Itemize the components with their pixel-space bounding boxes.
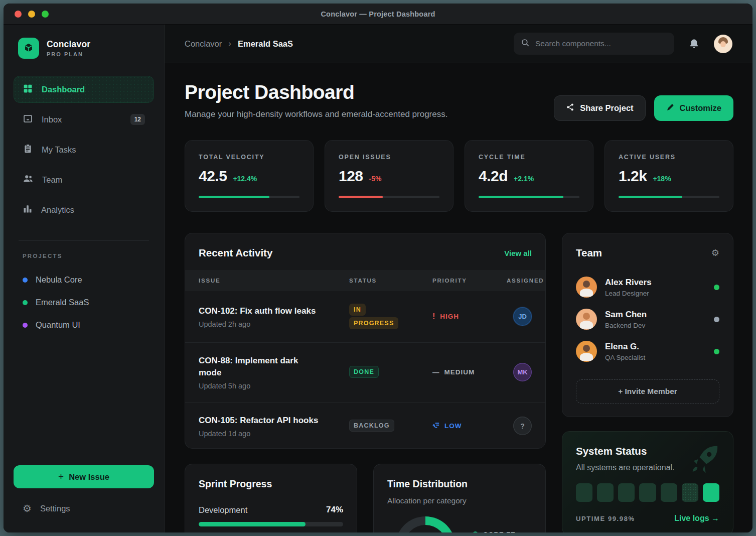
invite-member-button[interactable]: + Invite Member <box>576 379 719 404</box>
sidebar-item-label: My Tasks <box>42 145 145 155</box>
inbox-count-badge: 12 <box>130 114 145 125</box>
table-row[interactable]: CON-102: Fix auth flow leaks Updated 2h … <box>185 291 545 343</box>
status-badge: BACKLOG <box>349 420 394 432</box>
stat-value: 1.2k <box>619 168 647 185</box>
stat-progress-fill <box>199 196 269 198</box>
column-issue: ISSUE <box>199 278 349 284</box>
sprint-progress-fill <box>199 522 306 526</box>
assignee-avatar: MK <box>513 363 532 381</box>
project-color-dot <box>23 278 28 283</box>
sidebar-item-settings[interactable]: ⚙ Settings <box>14 496 154 520</box>
sidebar-project-emerald-saas[interactable]: Emerald SaaS <box>14 292 154 313</box>
sprint-progress-card: Sprint Progress Development 74% <box>185 464 357 532</box>
inbox-icon <box>23 113 33 126</box>
brand: Conclavor PRO PLAN <box>14 38 154 59</box>
sidebar-item-label: Analytics <box>41 205 145 215</box>
priority-cell: ! HIGH <box>432 312 507 321</box>
window-title: Conclavor — Project Dashboard <box>4 10 752 18</box>
issue-title: CON-102: Fix auth flow leaks <box>199 305 349 318</box>
time-distribution-subtitle: Allocation per category <box>387 496 532 505</box>
settings-label: Settings <box>40 504 70 513</box>
sidebar-item-dashboard[interactable]: Dashboard <box>14 76 154 103</box>
customize-button[interactable]: Customize <box>654 95 733 121</box>
stat-value: 128 <box>339 168 363 185</box>
legend-color-dot <box>473 531 478 532</box>
issue-updated: Updated 2h ago <box>199 320 349 328</box>
recent-activity-card: Recent Activity View all ISSUE STATUS PR… <box>185 233 546 449</box>
member-role: Backend Dev <box>605 322 647 329</box>
member-role: Lead Designer <box>605 290 652 297</box>
new-issue-button[interactable]: + New Issue <box>14 465 154 488</box>
sidebar-item-my-tasks[interactable]: My Tasks <box>14 136 154 163</box>
view-all-link[interactable]: View all <box>504 249 532 257</box>
status-badge: DONE <box>349 366 379 378</box>
sidebar-item-inbox[interactable]: Inbox 12 <box>14 106 154 133</box>
member-name: Alex Rivers <box>605 278 652 288</box>
notifications-bell-icon[interactable] <box>688 38 700 50</box>
page-title: Project Dashboard <box>185 81 447 103</box>
project-color-dot <box>23 300 28 305</box>
member-avatar <box>576 341 597 362</box>
legend-label: CORE FE <box>483 530 516 532</box>
sprint-progress-title: Sprint Progress <box>199 478 343 490</box>
sidebar-project-nebula-core[interactable]: Nebula Core <box>14 269 154 291</box>
search-icon <box>521 38 530 49</box>
stats-row: TOTAL VELOCITY 42.5 +12.4% OPEN ISSUES 1… <box>185 140 733 212</box>
stat-progress-track <box>619 196 719 198</box>
legend-item: CORE FE <box>473 530 516 532</box>
stat-progress-fill <box>339 196 383 198</box>
gear-icon: ⚙ <box>23 503 32 513</box>
status-block <box>661 483 677 502</box>
sprint-percent: 74% <box>326 505 343 515</box>
user-avatar[interactable] <box>714 35 732 53</box>
team-member-row[interactable]: Elena G. QA Specialist <box>576 335 719 367</box>
team-member-row[interactable]: Sam Chen Backend Dev <box>576 303 719 335</box>
stat-label: OPEN ISSUES <box>339 154 439 161</box>
breadcrumb-root[interactable]: Conclavor <box>185 39 222 49</box>
assignee-avatar-unassigned: ? <box>513 417 532 435</box>
recent-activity-title: Recent Activity <box>199 247 272 259</box>
sidebar-item-team[interactable]: Team <box>14 166 154 193</box>
stat-card-total-velocity: TOTAL VELOCITY 42.5 +12.4% <box>185 140 314 212</box>
projects-section-label: PROJECTS <box>14 253 154 259</box>
low-priority-arrow-icon <box>432 422 440 430</box>
sidebar: Conclavor PRO PLAN Dashboard Inbox 12 My… <box>4 25 165 532</box>
stat-label: TOTAL VELOCITY <box>199 154 299 161</box>
team-settings-gear-icon[interactable]: ⚙ <box>711 248 719 257</box>
project-label: Nebula Core <box>36 275 82 285</box>
stat-card-open-issues: OPEN ISSUES 128 -5% <box>325 140 453 212</box>
chevron-right-icon: › <box>228 39 231 49</box>
sidebar-divider <box>19 240 149 241</box>
conclavor-logo-icon <box>18 38 39 59</box>
new-issue-label: New Issue <box>69 472 109 482</box>
sidebar-item-label: Dashboard <box>42 85 145 94</box>
stat-progress-track <box>339 196 439 198</box>
member-name: Elena G. <box>605 342 645 352</box>
table-row[interactable]: CON-88: Implement dark mode Updated 5h a… <box>185 343 545 403</box>
time-distribution-donut-chart <box>395 516 456 532</box>
search-box[interactable] <box>514 33 674 55</box>
project-label: Quantum UI <box>36 320 80 330</box>
team-card: Team ⚙ Alex Rivers Lead Designer <box>562 233 733 417</box>
stat-delta: -5% <box>369 175 382 183</box>
search-input[interactable] <box>535 39 667 48</box>
priority-label: MEDIUM <box>444 368 475 376</box>
stat-progress-track <box>199 196 299 198</box>
sidebar-item-analytics[interactable]: Analytics <box>14 196 154 223</box>
project-label: Emerald SaaS <box>36 298 89 307</box>
team-member-row[interactable]: Alex Rivers Lead Designer <box>576 271 719 303</box>
table-row[interactable]: CON-105: Refactor API hooks Updated 1d a… <box>185 403 545 449</box>
stat-delta: +18% <box>653 175 671 183</box>
page-subtitle: Manage your high-density workflows and e… <box>185 109 447 119</box>
issue-updated: Updated 1d ago <box>199 430 349 438</box>
online-status-dot <box>714 285 719 290</box>
stat-delta: +2.1% <box>514 175 534 183</box>
share-icon <box>566 103 574 113</box>
share-project-button[interactable]: Share Project <box>554 95 645 121</box>
status-block <box>639 483 656 502</box>
sidebar-project-quantum-ui[interactable]: Quantum UI <box>14 314 154 336</box>
member-avatar <box>576 309 597 330</box>
brand-name: Conclavor <box>47 39 90 50</box>
live-logs-link[interactable]: Live logs → <box>674 514 719 523</box>
titlebar: Conclavor — Project Dashboard <box>4 4 752 25</box>
